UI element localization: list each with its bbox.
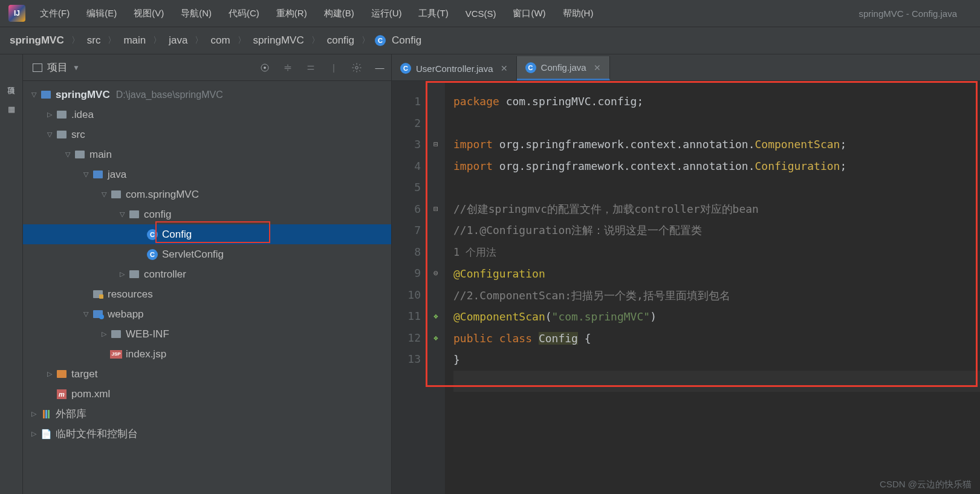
tree-scratches[interactable]: ▷ 📄 临时文件和控制台: [23, 424, 391, 444]
tree-label: controller: [144, 268, 186, 281]
project-tool-button[interactable]: 项目: [4, 63, 19, 99]
chevron-down-icon[interactable]: ▽: [44, 131, 56, 138]
project-tree[interactable]: ▽ springMVC D:\java_base\springMVC ▷ .id…: [23, 81, 391, 494]
svg-point-2: [355, 66, 359, 69]
tree-main[interactable]: ▽ main: [23, 145, 391, 164]
tree-resources[interactable]: resources: [23, 284, 391, 304]
tree-indexjsp[interactable]: JSP index.jsp: [23, 344, 391, 364]
tree-config-class[interactable]: C Config: [23, 224, 391, 244]
menu-run[interactable]: 运行(U): [363, 8, 410, 19]
tree-java[interactable]: ▽ java: [23, 164, 391, 184]
chevron-down-icon[interactable]: ▽: [98, 190, 110, 198]
dropdown-icon[interactable]: ▼: [73, 63, 80, 72]
spring-bean-icon[interactable]: ❖: [427, 327, 445, 349]
menu-build[interactable]: 构建(B): [316, 8, 363, 19]
project-view-icon: [33, 63, 42, 72]
class-icon: C: [147, 229, 158, 240]
menu-help[interactable]: 帮助(H): [554, 8, 602, 19]
structure-tool-button[interactable]: ▦: [4, 102, 19, 116]
editor-tab-config[interactable]: C Config.java ✕: [517, 56, 610, 80]
app-logo-icon: IJ: [8, 5, 25, 22]
crumb-com[interactable]: com: [208, 34, 232, 47]
source-folder-icon: [93, 171, 103, 178]
package-icon: [129, 270, 139, 278]
crumb-springmvc[interactable]: springMVC: [251, 34, 307, 47]
chevron-right-icon[interactable]: ▷: [116, 270, 128, 278]
web-folder-icon: [93, 310, 103, 318]
editor-tab-usercontroller[interactable]: C UserController.java ✕: [392, 56, 517, 80]
chevron-down-icon[interactable]: ▽: [80, 171, 92, 178]
settings-icon[interactable]: [350, 61, 363, 74]
tree-label: ServletConfig: [162, 249, 224, 261]
chevron-down-icon[interactable]: ▽: [62, 151, 74, 158]
crumb-src[interactable]: src: [85, 34, 103, 47]
close-icon[interactable]: ✕: [501, 63, 508, 73]
tree-root[interactable]: ▽ springMVC D:\java_base\springMVC: [23, 85, 391, 105]
spring-bean-icon[interactable]: ❖: [427, 305, 445, 327]
chevron-right-icon[interactable]: ▷: [28, 410, 40, 418]
gutter-icon-strip: ⊟ ⊟ ⊖ ❖❖: [427, 81, 445, 494]
tool-window-stripe: 项目 ▦: [0, 54, 23, 494]
tree-controller-pkg[interactable]: ▷ controller: [23, 264, 391, 284]
tree-label: 临时文件和控制台: [56, 427, 138, 441]
menu-code[interactable]: 代码(C): [220, 8, 268, 19]
tree-config-pkg[interactable]: ▽ config: [23, 204, 391, 224]
usages-hint[interactable]: 1 个用法: [453, 246, 496, 258]
tree-root-label: springMVC: [56, 89, 110, 101]
library-icon: [43, 410, 50, 418]
tree-external-libs[interactable]: ▷ 外部库: [23, 404, 391, 424]
tree-servletconfig-class[interactable]: C ServletConfig: [23, 244, 391, 264]
folder-icon: [57, 111, 67, 119]
hide-icon[interactable]: —: [373, 61, 386, 74]
tree-target[interactable]: ▷ target: [23, 364, 391, 384]
tab-label: UserController.java: [416, 63, 493, 74]
sidebar-title[interactable]: 项目: [47, 60, 68, 74]
chevron-right-icon[interactable]: ▷: [44, 370, 56, 378]
chevron-down-icon[interactable]: ▽: [116, 210, 128, 218]
line-number-gutter: 12345678910111213: [392, 81, 427, 494]
tree-label: index.jsp: [126, 348, 166, 360]
tree-label: 外部库: [56, 407, 86, 421]
tree-label: target: [71, 368, 97, 380]
crumb-project[interactable]: springMVC: [7, 34, 67, 47]
crumb-main[interactable]: main: [121, 34, 148, 47]
chevron-right-icon[interactable]: ▷: [44, 111, 56, 119]
menu-vcs[interactable]: VCS(S): [457, 8, 505, 19]
crumb-config-class[interactable]: Config: [389, 34, 424, 47]
crumb-sep: 〉: [357, 35, 375, 46]
menu-refactor[interactable]: 重构(R): [268, 8, 316, 19]
close-icon[interactable]: ✕: [594, 63, 601, 73]
menu-edit[interactable]: 编辑(E): [78, 8, 125, 19]
expand-all-icon[interactable]: [281, 61, 294, 74]
code-content[interactable]: package com.springMVC.config; import org…: [445, 81, 980, 494]
collapse-all-icon[interactable]: [304, 61, 317, 74]
tree-src[interactable]: ▽ src: [23, 125, 391, 145]
crumb-sep: 〉: [148, 35, 166, 46]
tree-pom[interactable]: m pom.xml: [23, 384, 391, 404]
code-editor[interactable]: 12345678910111213 ⊟ ⊟ ⊖ ❖❖ package com.s…: [392, 81, 980, 494]
resources-folder-icon: [93, 290, 103, 298]
menu-tools[interactable]: 工具(T): [410, 8, 456, 19]
tree-webapp[interactable]: ▽ webapp: [23, 304, 391, 324]
chevron-down-icon[interactable]: ▽: [28, 91, 40, 99]
chevron-down-icon[interactable]: ▽: [80, 310, 92, 318]
crumb-sep: 〉: [233, 35, 251, 46]
chevron-right-icon[interactable]: ▷: [28, 430, 40, 438]
locate-icon[interactable]: [258, 61, 271, 74]
menu-navigate[interactable]: 导航(N): [172, 8, 220, 19]
class-icon: C: [525, 62, 536, 73]
tree-package[interactable]: ▽ com.springMVC: [23, 184, 391, 204]
crumb-java[interactable]: java: [166, 34, 190, 47]
class-icon: C: [147, 249, 158, 260]
menu-view[interactable]: 视图(V): [125, 8, 172, 19]
crumb-config-pkg[interactable]: config: [325, 34, 357, 47]
tree-label: config: [144, 209, 171, 221]
breadcrumb: springMVC 〉 src 〉 main 〉 java 〉 com 〉 sp…: [0, 27, 980, 54]
chevron-right-icon[interactable]: ▷: [98, 330, 110, 338]
tree-webinf[interactable]: ▷ WEB-INF: [23, 324, 391, 344]
scratch-icon: 📄: [40, 429, 52, 440]
tree-label: java: [108, 169, 126, 181]
tree-idea[interactable]: ▷ .idea: [23, 105, 391, 125]
menu-file[interactable]: 文件(F): [31, 8, 78, 19]
menu-window[interactable]: 窗口(W): [504, 8, 554, 19]
